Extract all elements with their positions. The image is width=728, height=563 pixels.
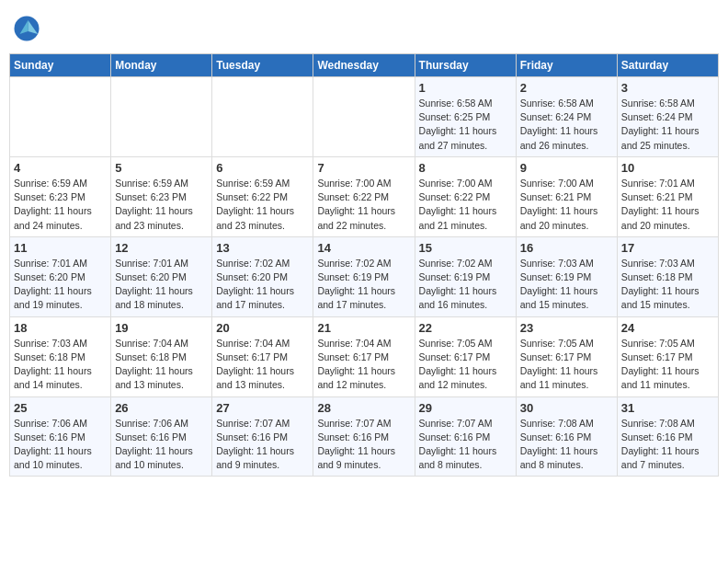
day-cell: 17Sunrise: 7:03 AM Sunset: 6:18 PM Dayli…	[617, 236, 718, 316]
day-number: 8	[419, 161, 512, 175]
logo-icon	[13, 15, 40, 42]
day-cell: 6Sunrise: 6:59 AM Sunset: 6:22 PM Daylig…	[212, 156, 313, 236]
day-cell: 27Sunrise: 7:07 AM Sunset: 6:16 PM Dayli…	[212, 396, 313, 477]
day-cell: 15Sunrise: 7:02 AM Sunset: 6:19 PM Dayli…	[415, 236, 516, 316]
day-cell	[212, 77, 313, 157]
day-cell: 13Sunrise: 7:02 AM Sunset: 6:20 PM Dayli…	[212, 236, 313, 316]
day-cell: 2Sunrise: 6:58 AM Sunset: 6:24 PM Daylig…	[516, 77, 617, 157]
day-info: Sunrise: 7:05 AM Sunset: 6:17 PM Dayligh…	[621, 337, 714, 393]
logo	[13, 15, 44, 42]
day-info: Sunrise: 7:04 AM Sunset: 6:18 PM Dayligh…	[115, 337, 208, 393]
weekday-header-monday: Monday	[111, 54, 212, 77]
day-info: Sunrise: 7:03 AM Sunset: 6:19 PM Dayligh…	[520, 257, 613, 313]
day-cell: 28Sunrise: 7:07 AM Sunset: 6:16 PM Dayli…	[313, 396, 415, 477]
day-cell: 16Sunrise: 7:03 AM Sunset: 6:19 PM Dayli…	[516, 236, 617, 316]
weekday-header-sunday: Sunday	[10, 54, 111, 77]
day-number: 3	[621, 81, 714, 95]
day-number: 7	[317, 161, 410, 175]
weekday-header-thursday: Thursday	[415, 54, 516, 77]
week-row-3: 11Sunrise: 7:01 AM Sunset: 6:20 PM Dayli…	[10, 236, 719, 316]
day-cell	[10, 77, 111, 157]
calendar-body: 1Sunrise: 6:58 AM Sunset: 6:25 PM Daylig…	[10, 77, 719, 477]
day-number: 22	[419, 321, 512, 335]
day-info: Sunrise: 6:59 AM Sunset: 6:23 PM Dayligh…	[14, 177, 107, 233]
day-number: 12	[115, 241, 208, 255]
day-info: Sunrise: 7:03 AM Sunset: 6:18 PM Dayligh…	[621, 257, 714, 313]
day-number: 6	[216, 161, 309, 175]
day-cell: 24Sunrise: 7:05 AM Sunset: 6:17 PM Dayli…	[617, 316, 718, 396]
day-cell: 4Sunrise: 6:59 AM Sunset: 6:23 PM Daylig…	[10, 156, 111, 236]
day-info: Sunrise: 6:59 AM Sunset: 6:22 PM Dayligh…	[216, 177, 309, 233]
day-cell: 8Sunrise: 7:00 AM Sunset: 6:22 PM Daylig…	[415, 156, 516, 236]
day-number: 9	[520, 161, 613, 175]
day-info: Sunrise: 7:05 AM Sunset: 6:17 PM Dayligh…	[520, 337, 613, 393]
day-number: 28	[317, 401, 410, 415]
day-number: 26	[115, 401, 208, 415]
day-number: 25	[14, 401, 107, 415]
day-cell	[313, 77, 415, 157]
weekday-header-wednesday: Wednesday	[313, 54, 415, 77]
day-info: Sunrise: 7:07 AM Sunset: 6:16 PM Dayligh…	[216, 417, 309, 473]
calendar-table: SundayMondayTuesdayWednesdayThursdayFrid…	[9, 53, 719, 477]
day-info: Sunrise: 6:59 AM Sunset: 6:23 PM Dayligh…	[115, 177, 208, 233]
day-number: 13	[216, 241, 309, 255]
day-cell: 14Sunrise: 7:02 AM Sunset: 6:19 PM Dayli…	[313, 236, 415, 316]
day-cell: 29Sunrise: 7:07 AM Sunset: 6:16 PM Dayli…	[415, 396, 516, 477]
day-number: 27	[216, 401, 309, 415]
day-info: Sunrise: 7:05 AM Sunset: 6:17 PM Dayligh…	[419, 337, 512, 393]
day-cell: 26Sunrise: 7:06 AM Sunset: 6:16 PM Dayli…	[111, 396, 212, 477]
day-info: Sunrise: 7:01 AM Sunset: 6:20 PM Dayligh…	[115, 257, 208, 313]
page-header	[9, 9, 719, 48]
day-info: Sunrise: 6:58 AM Sunset: 6:24 PM Dayligh…	[621, 97, 714, 153]
day-info: Sunrise: 7:07 AM Sunset: 6:16 PM Dayligh…	[419, 417, 512, 473]
day-number: 16	[520, 241, 613, 255]
day-cell: 12Sunrise: 7:01 AM Sunset: 6:20 PM Dayli…	[111, 236, 212, 316]
day-info: Sunrise: 6:58 AM Sunset: 6:24 PM Dayligh…	[520, 97, 613, 153]
day-info: Sunrise: 7:03 AM Sunset: 6:18 PM Dayligh…	[14, 337, 107, 393]
week-row-5: 25Sunrise: 7:06 AM Sunset: 6:16 PM Dayli…	[10, 396, 719, 477]
day-info: Sunrise: 7:07 AM Sunset: 6:16 PM Dayligh…	[317, 417, 410, 473]
day-number: 10	[621, 161, 714, 175]
day-number: 15	[419, 241, 512, 255]
day-info: Sunrise: 7:02 AM Sunset: 6:20 PM Dayligh…	[216, 257, 309, 313]
week-row-4: 18Sunrise: 7:03 AM Sunset: 6:18 PM Dayli…	[10, 316, 719, 396]
day-info: Sunrise: 7:01 AM Sunset: 6:21 PM Dayligh…	[621, 177, 714, 233]
day-number: 14	[317, 241, 410, 255]
day-cell: 3Sunrise: 6:58 AM Sunset: 6:24 PM Daylig…	[617, 77, 718, 157]
day-cell: 20Sunrise: 7:04 AM Sunset: 6:17 PM Dayli…	[212, 316, 313, 396]
day-number: 19	[115, 321, 208, 335]
day-number: 23	[520, 321, 613, 335]
day-cell: 31Sunrise: 7:08 AM Sunset: 6:16 PM Dayli…	[617, 396, 718, 477]
day-cell: 7Sunrise: 7:00 AM Sunset: 6:22 PM Daylig…	[313, 156, 415, 236]
day-info: Sunrise: 6:58 AM Sunset: 6:25 PM Dayligh…	[419, 97, 512, 153]
day-number: 24	[621, 321, 714, 335]
day-number: 31	[621, 401, 714, 415]
day-number: 11	[14, 241, 107, 255]
day-cell: 21Sunrise: 7:04 AM Sunset: 6:17 PM Dayli…	[313, 316, 415, 396]
day-cell: 25Sunrise: 7:06 AM Sunset: 6:16 PM Dayli…	[10, 396, 111, 477]
week-row-2: 4Sunrise: 6:59 AM Sunset: 6:23 PM Daylig…	[10, 156, 719, 236]
weekday-header-tuesday: Tuesday	[212, 54, 313, 77]
day-info: Sunrise: 7:00 AM Sunset: 6:21 PM Dayligh…	[520, 177, 613, 233]
day-cell: 10Sunrise: 7:01 AM Sunset: 6:21 PM Dayli…	[617, 156, 718, 236]
day-number: 30	[520, 401, 613, 415]
day-info: Sunrise: 7:08 AM Sunset: 6:16 PM Dayligh…	[621, 417, 714, 473]
day-info: Sunrise: 7:04 AM Sunset: 6:17 PM Dayligh…	[216, 337, 309, 393]
day-number: 18	[14, 321, 107, 335]
day-info: Sunrise: 7:00 AM Sunset: 6:22 PM Dayligh…	[317, 177, 410, 233]
day-info: Sunrise: 7:08 AM Sunset: 6:16 PM Dayligh…	[520, 417, 613, 473]
day-info: Sunrise: 7:01 AM Sunset: 6:20 PM Dayligh…	[14, 257, 107, 313]
day-number: 29	[419, 401, 512, 415]
day-info: Sunrise: 7:06 AM Sunset: 6:16 PM Dayligh…	[14, 417, 107, 473]
day-number: 4	[14, 161, 107, 175]
day-cell: 19Sunrise: 7:04 AM Sunset: 6:18 PM Dayli…	[111, 316, 212, 396]
week-row-1: 1Sunrise: 6:58 AM Sunset: 6:25 PM Daylig…	[10, 77, 719, 157]
day-cell: 11Sunrise: 7:01 AM Sunset: 6:20 PM Dayli…	[10, 236, 111, 316]
day-cell: 23Sunrise: 7:05 AM Sunset: 6:17 PM Dayli…	[516, 316, 617, 396]
day-cell: 5Sunrise: 6:59 AM Sunset: 6:23 PM Daylig…	[111, 156, 212, 236]
day-info: Sunrise: 7:04 AM Sunset: 6:17 PM Dayligh…	[317, 337, 410, 393]
day-number: 1	[419, 81, 512, 95]
day-number: 21	[317, 321, 410, 335]
day-number: 20	[216, 321, 309, 335]
day-cell: 18Sunrise: 7:03 AM Sunset: 6:18 PM Dayli…	[10, 316, 111, 396]
